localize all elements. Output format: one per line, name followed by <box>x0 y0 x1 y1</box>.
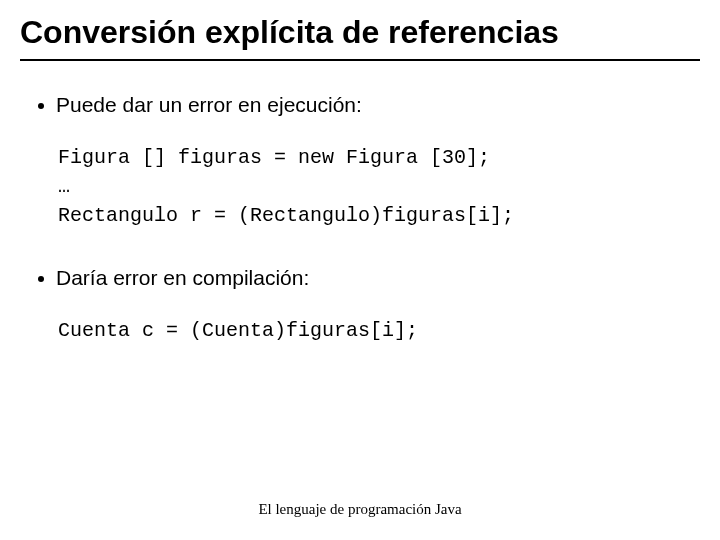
slide-title: Conversión explícita de referencias <box>20 14 700 61</box>
bullet-2: Daría error en compilación: <box>38 266 690 290</box>
bullet-1-text: Puede dar un error en ejecución: <box>56 93 362 117</box>
code-1-line-3: Rectangulo r = (Rectangulo)figuras[i]; <box>58 204 514 227</box>
code-block-2: Cuenta c = (Cuenta)figuras[i]; <box>58 316 690 345</box>
bullet-dot-icon <box>38 276 44 282</box>
code-block-1: Figura [] figuras = new Figura [30]; … R… <box>58 143 690 230</box>
code-1-line-1: Figura [] figuras = new Figura [30]; <box>58 146 490 169</box>
code-2-line-1: Cuenta c = (Cuenta)figuras[i]; <box>58 319 418 342</box>
code-1-line-2: … <box>58 175 70 198</box>
slide: Conversión explícita de referencias Pued… <box>0 0 720 540</box>
bullet-1: Puede dar un error en ejecución: <box>38 93 690 117</box>
slide-content: Puede dar un error en ejecución: Figura … <box>20 93 700 345</box>
bullet-2-text: Daría error en compilación: <box>56 266 309 290</box>
bullet-dot-icon <box>38 103 44 109</box>
slide-footer: El lenguaje de programación Java <box>0 501 720 518</box>
